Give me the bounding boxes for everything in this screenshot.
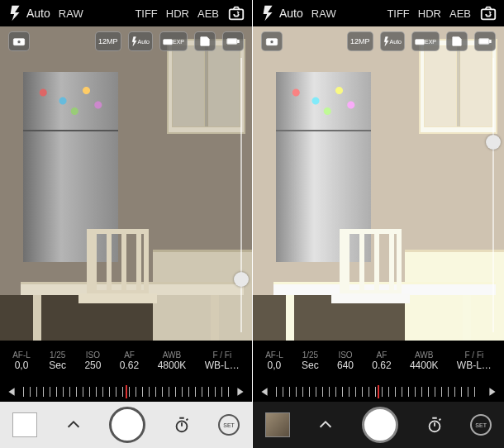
svg-rect-5 [238, 40, 240, 42]
value-ruler[interactable] [253, 382, 504, 402]
shutter-button[interactable] [109, 407, 145, 443]
ruler-center-mark [378, 385, 379, 398]
status-pill-row: 12MP Auto EXP [253, 30, 504, 53]
camera-pane-left: Auto RAW TIFF HDR AEB 12MP Auto EXP AF-L… [0, 0, 252, 448]
ruler-track[interactable] [276, 387, 481, 397]
mode-aeb[interactable]: AEB [449, 7, 471, 20]
timer-button[interactable] [170, 413, 193, 436]
flash-mode-button[interactable]: Auto [259, 4, 303, 22]
triangle-right-icon[interactable] [487, 387, 497, 397]
setting-afl[interactable]: AF-L0,0 [265, 350, 283, 371]
resolution-pill[interactable]: 12MP [95, 31, 121, 51]
setting-shutter[interactable]: 1/25Sec [302, 350, 319, 371]
status-pill-row: 12MP Auto EXP [0, 30, 252, 53]
battery-pill[interactable] [474, 31, 496, 51]
chevron-up-icon [64, 416, 83, 434]
exposure-slider-knob[interactable] [486, 135, 501, 150]
camera-pill[interactable] [261, 31, 283, 51]
mode-hdr[interactable]: HDR [418, 7, 441, 20]
svg-point-2 [17, 41, 21, 44]
chevron-up-icon [316, 416, 335, 434]
flash-mode-label: Auto [26, 7, 50, 20]
sdcard-icon [450, 36, 464, 46]
switch-camera-icon[interactable] [227, 4, 245, 22]
setting-afl[interactable]: AF-L0,0 [12, 350, 31, 371]
battery-icon [226, 36, 240, 46]
top-bar: Auto RAW TIFF HDR AEB [0, 0, 252, 26]
mode-aeb[interactable]: AEB [197, 7, 219, 20]
set-button[interactable]: SET [470, 414, 492, 436]
viewfinder[interactable] [0, 26, 252, 341]
viewfinder[interactable] [253, 26, 504, 341]
setting-filter[interactable]: F / FiWB-L… [457, 350, 492, 371]
expand-up-button[interactable] [314, 413, 337, 436]
triangle-left-icon[interactable] [7, 387, 17, 397]
shutter-button[interactable] [362, 407, 398, 443]
timer-button[interactable] [423, 413, 446, 436]
svg-point-10 [270, 41, 273, 44]
setting-awb[interactable]: AWB4400K [410, 350, 439, 371]
bottom-toolbar: SET [253, 402, 504, 448]
setting-filter[interactable]: F / FiWB-L… [205, 350, 240, 371]
triangle-right-icon[interactable] [235, 387, 245, 397]
format-label[interactable]: RAW [311, 7, 336, 20]
timer-icon [426, 416, 444, 434]
svg-rect-13 [490, 40, 492, 42]
setting-iso[interactable]: ISO640 [337, 350, 354, 371]
camera-small-icon [163, 36, 173, 46]
timer-icon [173, 416, 191, 434]
flash-icon [7, 4, 25, 22]
battery-icon [478, 36, 492, 46]
exposure-slider-knob[interactable] [234, 272, 249, 287]
svg-rect-0 [230, 9, 244, 19]
switch-camera-icon[interactable] [479, 4, 497, 22]
sdcard-icon [198, 36, 212, 46]
triangle-left-icon[interactable] [259, 387, 269, 397]
storage-pill[interactable] [446, 31, 468, 51]
top-bar: Auto RAW TIFF HDR AEB [253, 0, 504, 26]
gallery-thumb[interactable] [12, 412, 37, 437]
setting-af[interactable]: AF0.62 [372, 350, 391, 371]
exp-pill[interactable]: EXP [411, 31, 440, 51]
expand-up-button[interactable] [62, 413, 85, 436]
mode-hdr[interactable]: HDR [166, 7, 189, 20]
set-button[interactable]: SET [218, 414, 240, 436]
gallery-thumb[interactable] [265, 412, 290, 437]
value-ruler[interactable] [0, 382, 252, 402]
flash-icon [259, 4, 278, 22]
mode-tiff[interactable]: TIFF [135, 7, 157, 20]
svg-rect-11 [416, 40, 425, 45]
flash-pill[interactable]: Auto [380, 31, 405, 51]
exposure-slider-track[interactable] [492, 58, 494, 332]
setting-iso[interactable]: ISO250 [84, 350, 101, 371]
flash-icon [383, 36, 390, 46]
svg-rect-8 [482, 9, 496, 19]
svg-rect-6 [228, 40, 236, 44]
camera-small-icon [415, 36, 425, 46]
camera-icon [12, 36, 26, 46]
battery-pill[interactable] [222, 31, 244, 51]
camera-pill[interactable] [8, 31, 30, 51]
ruler-center-mark [126, 385, 127, 398]
storage-pill[interactable] [194, 31, 216, 51]
format-label[interactable]: RAW [59, 7, 83, 20]
camera-icon [265, 36, 278, 46]
camera-pane-right: Auto RAW TIFF HDR AEB 12MP Auto EXP AF-L… [252, 0, 504, 448]
svg-rect-14 [480, 40, 488, 44]
settings-row: AF-L0,0 1/25Sec ISO640 AF0.62 AWB4400K F… [253, 342, 504, 380]
setting-shutter[interactable]: 1/25Sec [49, 350, 66, 371]
flash-pill[interactable]: Auto [128, 31, 153, 51]
settings-row: AF-L0,0 1/25Sec ISO250 AF0.62 AWB4800K F… [0, 342, 252, 380]
flash-icon [131, 36, 138, 46]
mode-tiff[interactable]: TIFF [387, 7, 409, 20]
flash-mode-label: Auto [279, 7, 303, 20]
exposure-slider-track[interactable] [240, 58, 242, 332]
setting-awb[interactable]: AWB4800K [158, 350, 187, 371]
ruler-track[interactable] [23, 387, 229, 397]
flash-mode-button[interactable]: Auto [7, 4, 50, 22]
bottom-toolbar: SET [0, 402, 252, 448]
setting-af[interactable]: AF0.62 [120, 350, 139, 371]
exp-pill[interactable]: EXP [159, 31, 188, 51]
resolution-pill[interactable]: 12MP [347, 31, 373, 51]
svg-rect-3 [164, 40, 173, 45]
